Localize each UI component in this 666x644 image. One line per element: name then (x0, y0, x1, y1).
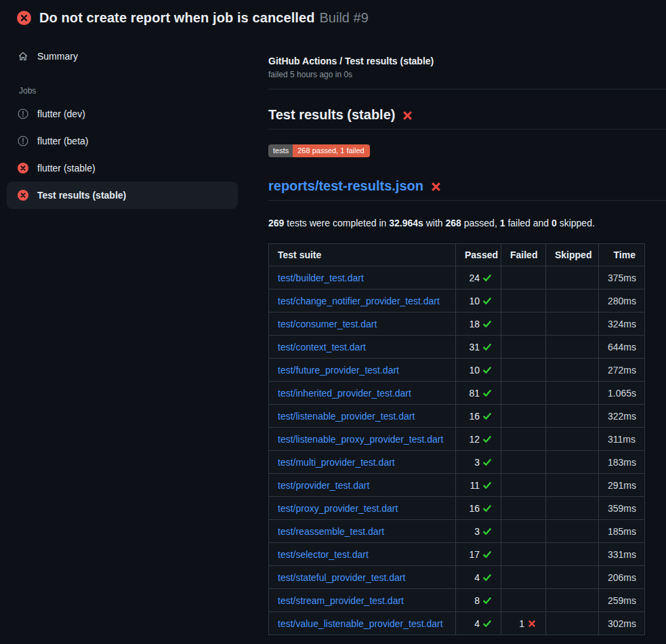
sidebar-item-test-results-stable[interactable]: Test results (stable) (7, 182, 238, 209)
suite-cell: test/value_listenable_provider_test.dart (269, 612, 456, 635)
section-heading: Test results (stable) (268, 107, 666, 129)
test-results-table: Test suite Passed Failed Skipped Time te… (268, 243, 645, 635)
report-file-link[interactable]: reports/test-results.json (268, 178, 423, 194)
table-header-row: Test suite Passed Failed Skipped Time (269, 244, 645, 266)
time-cell: 291ms (599, 474, 645, 497)
check-icon (482, 596, 492, 605)
failed-cell (501, 497, 546, 520)
failed-cell (501, 474, 546, 497)
passed-cell: 3 (456, 520, 501, 543)
table-row: test/context_test.dart31644ms (269, 336, 645, 359)
sidebar-item-flutter-beta[interactable]: flutter (beta) (7, 127, 238, 155)
table-row: test/proxy_provider_test.dart16359ms (269, 497, 645, 520)
time-cell: 272ms (599, 359, 645, 382)
passed-cell: 81 (456, 382, 501, 405)
table-row: test/inherited_provider_test.dart811.065… (269, 382, 645, 405)
sidebar-item-label: Test results (stable) (37, 190, 126, 201)
skipped-cell (546, 289, 599, 313)
check-icon (482, 573, 492, 582)
test-suite-link[interactable]: test/future_provider_test.dart (278, 365, 399, 376)
passed-cell: 11 (456, 474, 501, 497)
failed-cell: 1 (501, 612, 546, 635)
failed-cell (501, 451, 546, 474)
passed-cell: 8 (456, 589, 501, 612)
passed-count: 268 (446, 218, 461, 228)
skipped-count: 0 (551, 218, 557, 228)
failed-cell (501, 520, 546, 543)
cross-icon (527, 619, 537, 628)
check-icon (482, 296, 492, 306)
test-summary-text: 269 tests were completed in 32.964s with… (268, 218, 666, 228)
skipped-cell (546, 520, 599, 543)
test-suite-link[interactable]: test/inherited_provider_test.dart (278, 388, 411, 399)
sidebar-item-summary[interactable]: Summary (7, 43, 238, 70)
skipped-cell (546, 451, 599, 474)
home-icon (18, 51, 28, 62)
test-suite-link[interactable]: test/provider_test.dart (278, 480, 369, 491)
time-cell: 185ms (599, 520, 645, 543)
time-cell: 259ms (599, 589, 645, 612)
cross-mark-icon (402, 110, 413, 121)
failed-cell (501, 313, 546, 336)
suite-cell: test/provider_test.dart (269, 474, 456, 497)
stale-status-icon (18, 108, 28, 119)
stale-status-icon (18, 136, 28, 146)
check-icon (482, 411, 492, 421)
report-heading: reports/test-results.json (268, 178, 666, 201)
total-count: 269 (268, 218, 284, 228)
passed-cell: 4 (456, 566, 501, 589)
test-suite-link[interactable]: test/selector_test.dart (278, 549, 369, 560)
skipped-cell (546, 266, 599, 289)
passed-cell: 18 (456, 313, 501, 336)
test-suite-link[interactable]: test/multi_provider_test.dart (278, 457, 395, 468)
test-suite-link[interactable]: test/listenable_provider_test.dart (278, 411, 415, 422)
sidebar-item-label: flutter (dev) (37, 108, 85, 119)
sidebar: Summary Jobs flutter (dev) flutter (beta… (0, 33, 268, 209)
test-suite-link[interactable]: test/context_test.dart (278, 342, 366, 353)
passed-cell: 16 (456, 497, 501, 520)
run-title-bar: Do not create report when job is cancell… (0, 0, 666, 33)
skipped-cell (546, 474, 599, 497)
failed-cell (501, 428, 546, 451)
failed-cell (501, 336, 546, 359)
table-row: test/change_notifier_provider_test.dart1… (269, 289, 645, 313)
failed-cell (501, 566, 546, 589)
results-table-body: test/builder_test.dart24375mstest/change… (269, 266, 645, 635)
check-icon (482, 365, 492, 375)
failed-cell (501, 266, 546, 289)
test-suite-link[interactable]: test/consumer_test.dart (278, 319, 377, 329)
test-suite-link[interactable]: test/proxy_provider_test.dart (278, 503, 398, 514)
skipped-cell (546, 589, 599, 612)
passed-cell: 12 (456, 428, 501, 451)
column-header-test-suite: Test suite (269, 244, 456, 266)
passed-cell: 10 (456, 289, 501, 313)
test-suite-link[interactable]: test/stateful_provider_test.dart (278, 572, 405, 583)
suite-cell: test/consumer_test.dart (269, 313, 456, 336)
test-suite-link[interactable]: test/value_listenable_provider_test.dart (278, 618, 443, 629)
skipped-cell (546, 359, 599, 382)
test-suite-link[interactable]: test/stream_provider_test.dart (278, 595, 404, 606)
check-icon (482, 388, 492, 398)
table-row: test/listenable_provider_test.dart16322m… (269, 405, 645, 428)
time-cell: 359ms (599, 497, 645, 520)
main-content: GitHub Actions / Test results (stable) f… (268, 33, 666, 635)
test-suite-link[interactable]: test/listenable_proxy_provider_test.dart (278, 434, 443, 445)
failed-cell (501, 359, 546, 382)
failed-cell (501, 382, 546, 405)
sidebar-item-flutter-stable[interactable]: flutter (stable) (7, 155, 238, 182)
skipped-cell (546, 313, 599, 336)
page-title: Do not create report when job is cancell… (39, 10, 369, 26)
check-icon (482, 619, 492, 628)
test-suite-link[interactable]: test/builder_test.dart (278, 273, 364, 283)
skipped-cell (546, 405, 599, 428)
table-row: test/selector_test.dart17331ms (269, 543, 645, 566)
suite-cell: test/reassemble_test.dart (269, 520, 456, 543)
suite-cell: test/future_provider_test.dart (269, 359, 456, 382)
time-cell: 183ms (599, 451, 645, 474)
divider (268, 89, 666, 89)
passed-cell: 17 (456, 543, 501, 566)
test-suite-link[interactable]: test/reassemble_test.dart (278, 526, 384, 537)
build-number: Build #9 (320, 10, 369, 25)
test-suite-link[interactable]: test/change_notifier_provider_test.dart (278, 296, 440, 306)
sidebar-item-flutter-dev[interactable]: flutter (dev) (7, 100, 238, 127)
